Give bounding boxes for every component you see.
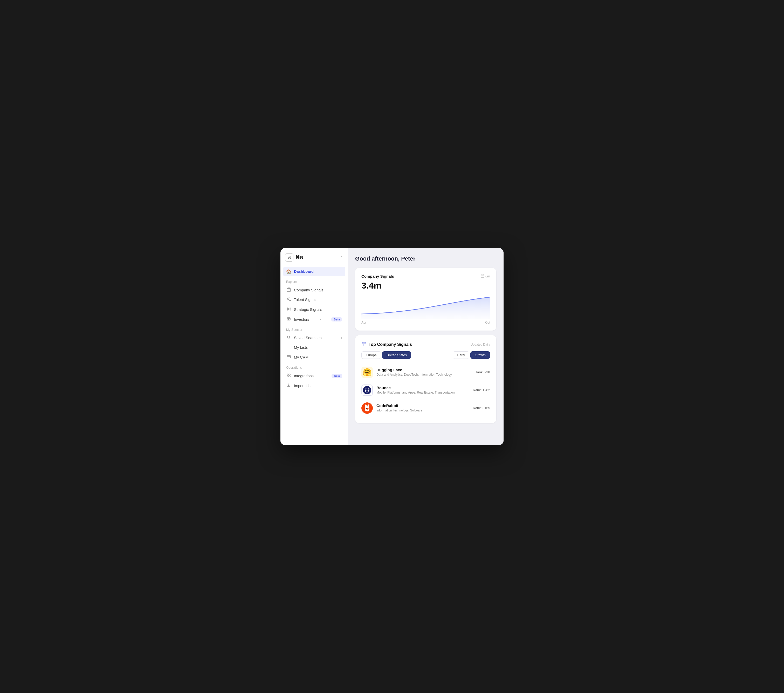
top-signals-header: Top Company Signals Updated Daily: [361, 342, 490, 348]
company-tags: Mobile, Platforms, and Apps, Real Estate…: [376, 391, 469, 395]
svg-point-45: [366, 408, 367, 409]
signals-card: Company Signals 6m 3.4m: [355, 268, 496, 330]
filter-btn-europe[interactable]: Europe: [361, 351, 381, 359]
company-logo-hugging-face: 🤗: [361, 366, 373, 378]
app-window: ⌘ ⌘N ⌃ 🏠 Dashboard Explore: [280, 248, 504, 445]
svg-point-7: [288, 309, 289, 310]
svg-point-35: [365, 389, 367, 391]
svg-point-36: [368, 389, 369, 391]
logo-wrap: ⌘ ⌘N: [285, 253, 303, 261]
sidebar-item-talent-signals[interactable]: Talent Signals: [283, 295, 345, 305]
sidebar-item-label: Saved Searches: [294, 336, 321, 340]
signal-icon: [286, 307, 292, 312]
sidebar-item-import-list[interactable]: Import List: [283, 381, 345, 391]
filter-btn-united-states[interactable]: United States: [382, 351, 411, 359]
top-signals-card: Top Company Signals Updated Daily Europe…: [355, 335, 496, 423]
svg-rect-8: [287, 318, 290, 320]
svg-line-12: [289, 338, 290, 339]
sidebar-item-company-signals[interactable]: Company Signals: [283, 285, 345, 295]
sidebar-collapse-chevron[interactable]: ⌃: [340, 255, 343, 259]
sidebar-item-integrations[interactable]: Integrations New: [283, 371, 345, 381]
svg-point-44: [367, 409, 367, 410]
sidebar-item-label: Strategic Signals: [294, 307, 322, 312]
company-info-coderabbit: CodeRabbit Information Technology, Softw…: [376, 403, 469, 413]
calendar-icon: [481, 274, 484, 278]
list-icon: [286, 345, 292, 350]
filter-row: Europe United States Early Growth: [361, 351, 490, 359]
sidebar-item-my-lists[interactable]: My Lists ›: [283, 343, 345, 352]
company-name: Hugging Face: [376, 368, 471, 372]
svg-point-41: [367, 404, 369, 407]
top-signals-title-wrap: Top Company Signals: [361, 342, 412, 348]
sidebar-item-label: Company Signals: [294, 288, 323, 292]
company-tags: Information Technology, Software: [376, 408, 469, 413]
svg-rect-16: [287, 355, 291, 358]
sidebar-item-label: Integrations: [294, 374, 314, 378]
signals-card-period: 6m: [481, 274, 490, 278]
company-item-coderabbit[interactable]: CodeRabbit Information Technology, Softw…: [361, 399, 490, 417]
svg-point-6: [289, 297, 290, 299]
sidebar-item-investors[interactable]: Investors › Beta: [283, 314, 345, 324]
investors-icon: [286, 317, 292, 322]
top-signals-icon: [361, 342, 367, 348]
section-explore: Explore: [283, 276, 345, 285]
company-name: CodeRabbit: [376, 403, 469, 408]
signals-value: 3.4m: [361, 281, 490, 291]
company-rank: Rank: 238: [475, 370, 490, 374]
svg-rect-30: [363, 342, 365, 343]
filter-btn-early[interactable]: Early: [453, 351, 469, 359]
company-item-bounce[interactable]: Bounce Mobile, Platforms, and Apps, Real…: [361, 381, 490, 399]
company-rank: Rank: 3165: [473, 406, 490, 410]
search-icon: [286, 335, 292, 340]
investors-beta-badge: Beta: [331, 317, 342, 322]
company-item-hugging-face[interactable]: 🤗 Hugging Face Data and Analytics, DeepT…: [361, 363, 490, 381]
top-signals-title: Top Company Signals: [369, 342, 412, 347]
sidebar-item-label: Import List: [294, 384, 311, 388]
signals-card-header: Company Signals 6m: [361, 274, 490, 278]
svg-point-46: [367, 408, 368, 409]
chevron-right-icon: ›: [341, 336, 342, 340]
section-operations: Operations: [283, 362, 345, 371]
svg-rect-25: [481, 275, 484, 278]
sidebar-item-label: Talent Signals: [294, 297, 317, 302]
sidebar-item-saved-searches[interactable]: Saved Searches ›: [283, 333, 345, 343]
crm-icon: [286, 355, 292, 360]
logo-text: ⌘N: [295, 255, 303, 260]
logo-symbol: ⌘: [287, 255, 292, 260]
filter-btn-growth[interactable]: Growth: [470, 351, 490, 359]
chart-svg: [361, 293, 490, 319]
sidebar-header: ⌘ ⌘N ⌃: [280, 253, 348, 267]
chart-x-end: Oct: [485, 321, 490, 324]
company-name: Bounce: [376, 386, 469, 390]
home-icon: 🏠: [286, 269, 292, 274]
svg-point-40: [365, 404, 367, 407]
integrations-icon: [286, 373, 292, 379]
sidebar-item-dashboard[interactable]: 🏠 Dashboard: [283, 267, 345, 276]
company-info-hugging-face: Hugging Face Data and Analytics, DeepTec…: [376, 368, 471, 377]
sidebar-item-my-crm[interactable]: My CRM: [283, 352, 345, 362]
sidebar-item-label: Investors: [294, 317, 309, 322]
region-filter-group: Europe United States: [361, 351, 411, 359]
sidebar-item-strategic-signals[interactable]: Strategic Signals: [283, 305, 345, 314]
section-my-specter: My Specter: [283, 324, 345, 333]
sidebar-item-label: My CRM: [294, 355, 308, 359]
sidebar-nav: 🏠 Dashboard Explore Company Signals: [280, 267, 348, 440]
company-logo-coderabbit: [361, 402, 373, 414]
sidebar-item-label: Dashboard: [294, 269, 314, 274]
building-icon: [286, 287, 292, 293]
stage-filter-group: Early Growth: [453, 351, 490, 359]
company-tags: Data and Analytics, DeepTech, Informatio…: [376, 373, 471, 377]
sidebar: ⌘ ⌘N ⌃ 🏠 Dashboard Explore: [280, 248, 348, 445]
top-signals-updated: Updated Daily: [471, 343, 490, 346]
svg-rect-22: [289, 376, 290, 377]
main-content: Good afternoon, Peter Company Signals 6m…: [348, 248, 504, 445]
chart-x-labels: Apr Oct: [361, 321, 490, 324]
svg-rect-21: [287, 376, 288, 377]
svg-rect-20: [289, 374, 290, 375]
integrations-new-badge: New: [331, 374, 342, 378]
signals-chart: [361, 293, 490, 319]
sidebar-item-label: My Lists: [294, 345, 308, 350]
logo-box: ⌘: [285, 253, 293, 261]
company-logo-bounce: [361, 384, 373, 396]
chart-x-start: Apr: [361, 321, 366, 324]
